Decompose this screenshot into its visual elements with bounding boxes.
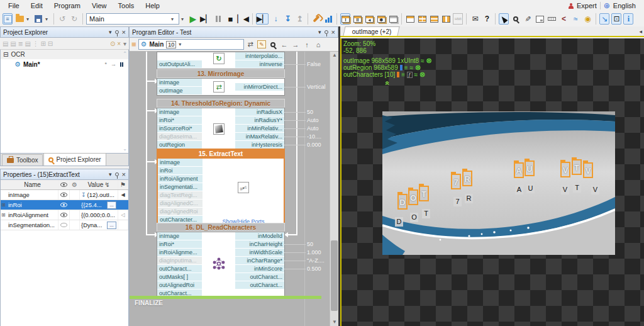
menu-view[interactable]: View xyxy=(86,1,113,11)
pin-icon[interactable] xyxy=(115,172,119,176)
measure-tool-button[interactable] xyxy=(547,13,557,25)
pin-icon[interactable] xyxy=(325,30,328,34)
filter-block-15-extracttext[interactable]: 15. ExtractText inImageinRoiinRoiAlignme… xyxy=(157,149,285,227)
ellipsis-button[interactable]: ... xyxy=(107,201,116,209)
collapse-icon[interactable]: ⊟ xyxy=(3,51,8,58)
col-value-header[interactable]: Value↯ xyxy=(80,180,118,189)
tree-scroll-down[interactable]: ⌄ xyxy=(123,146,127,152)
ellipsis-button[interactable]: ... xyxy=(107,222,116,229)
angle-tool-button[interactable]: < xyxy=(558,13,569,25)
port-outMasks[interactable]: outMasks[ ] xyxy=(157,273,202,281)
port-inMinRelativ[interactable]: inMinRelativ...Auto xyxy=(235,125,284,133)
editor-scrollbar[interactable]: ▲ ▼ xyxy=(330,52,338,326)
run-button[interactable]: ▶ xyxy=(188,13,198,25)
col-flag-header[interactable]: ⚑ xyxy=(118,180,128,189)
col-name-header[interactable]: Name xyxy=(1,180,58,189)
port-inRoi[interactable]: inRoi* xyxy=(157,116,202,125)
preview-eye-cell[interactable] xyxy=(58,220,70,230)
picker-tool-button[interactable]: ✎ xyxy=(523,13,533,25)
nav-up-button[interactable]: ↑ xyxy=(303,39,312,50)
port-inInterpolatio[interactable]: inInterpolatio... xyxy=(235,52,284,60)
layer-list-icon[interactable]: ≡ xyxy=(401,71,405,78)
filter-block-13-mirrorimage[interactable]: 13. MirrorImage inImageoutImage ⇄ inMirr… xyxy=(157,69,285,96)
pe-tool-icons[interactable]: ▤ ▤ ≣ ▤ ⋮ ⊞ ⊟ xyxy=(3,40,53,47)
hud-collapse-chevron[interactable]: « xyxy=(383,81,392,86)
nav-home-button[interactable]: ⌂ xyxy=(314,39,323,50)
finalize-label[interactable]: FINALIZE xyxy=(135,300,163,306)
pause-button[interactable] xyxy=(213,13,223,25)
image-preview-viewer[interactable]: Zoom: 50% -52, 886 outImage 968x589 1xUI… xyxy=(340,38,644,326)
window-tool-button[interactable] xyxy=(535,13,545,25)
port-inMirrorDirect[interactable]: inMirrorDirect...Vertical xyxy=(235,83,284,91)
stop-button[interactable]: ■ xyxy=(225,13,235,25)
tree-item-main[interactable]: ⚙ Main* * → xyxy=(1,59,128,69)
layout-rows-button[interactable] xyxy=(429,13,439,25)
preview-eye-cell[interactable] xyxy=(58,210,70,220)
undo-button[interactable]: ↺ xyxy=(57,13,67,25)
property-row-inRoi[interactable]: inRoi⊞{{25.4...... xyxy=(1,200,128,210)
port-inRadiusX[interactable]: inRadiusX50 xyxy=(235,108,284,116)
property-name[interactable]: inSegmentation... xyxy=(1,220,58,230)
port-inInverse[interactable]: inInverseFalse xyxy=(235,60,284,69)
edit-macro-button[interactable]: ✎ xyxy=(257,39,267,50)
port-inModelId[interactable]: inModelId xyxy=(235,232,284,240)
port-diagBaseIma[interactable]: diagBaseIma... xyxy=(157,133,202,141)
panel-menu-button[interactable]: ▾ xyxy=(318,29,321,35)
layout-hmi-button[interactable]: HMI xyxy=(453,13,463,25)
port-inImage[interactable]: inImage xyxy=(157,108,202,116)
layer-close-icon[interactable]: ⊗ xyxy=(426,57,432,64)
port-inRoi[interactable]: inRoi* xyxy=(157,240,202,249)
program-selector[interactable]: Main▾ xyxy=(86,13,179,25)
port-outImage[interactable]: outImage xyxy=(157,87,202,95)
gear-cell[interactable] xyxy=(70,210,80,220)
col-gear-header[interactable]: ⚙ xyxy=(70,180,80,189)
macrofilter-combo[interactable]: ⚙ Main 10 ▾ xyxy=(138,39,244,50)
step-out-button[interactable]: ↥ xyxy=(294,13,304,25)
menu-edit[interactable]: Edit xyxy=(25,1,48,11)
property-row-inSegmentation[interactable]: inSegmentation...{Dyna...... xyxy=(1,220,128,230)
layout-cols-button[interactable] xyxy=(441,13,451,25)
layer-curve-icon[interactable]: ≈ xyxy=(414,71,418,78)
pe-refresh-icon[interactable]: ⊙ × xyxy=(110,40,121,47)
filter-block-14-thresholdtoregion[interactable]: 14. ThresholdToRegion: Dynamic inImagein… xyxy=(157,99,285,150)
layer-bar-orange-icon[interactable] xyxy=(397,72,399,77)
scroll-down-arrow[interactable]: ▼ xyxy=(330,318,339,326)
tree-group-ocr[interactable]: ⊟ OCR xyxy=(1,50,128,59)
program-selector-caret[interactable]: ▾ xyxy=(181,16,186,22)
port-flag-cell[interactable]: ◁ xyxy=(118,210,128,220)
panel-menu-button[interactable]: ▾ xyxy=(109,29,112,35)
find-button[interactable] xyxy=(269,39,278,50)
port-outCharact[interactable]: outCharact... xyxy=(235,273,284,281)
port-inImage[interactable]: inImage xyxy=(157,79,202,87)
open-caret[interactable]: ▾ xyxy=(26,16,31,22)
close-icon[interactable]: × xyxy=(122,171,126,178)
port-diagAlignedRoi[interactable]: diagAlignedRoi xyxy=(158,208,203,216)
close-icon[interactable]: × xyxy=(122,28,126,36)
redo-button[interactable]: ↻ xyxy=(69,13,79,25)
pe-overflow-icon[interactable]: ▾ xyxy=(123,40,126,47)
property-value[interactable]: {{25.4...... xyxy=(80,200,118,210)
preview-eye-cell[interactable] xyxy=(58,200,70,210)
iterate-button[interactable]: ▶▏ xyxy=(200,13,211,25)
port-inSourceRoi[interactable]: inSourceRoi* xyxy=(157,125,202,133)
view-dual-window-button[interactable]: II xyxy=(352,13,362,25)
menu-tools[interactable]: Tools xyxy=(113,1,140,11)
property-value[interactable]: {Dyna...... xyxy=(80,220,118,230)
port-inRoi[interactable]: inRoi xyxy=(158,167,203,175)
tab-project-explorer[interactable]: Project Explorer xyxy=(43,153,106,166)
menu-file[interactable]: File xyxy=(3,1,25,11)
save-program-button[interactable] xyxy=(33,13,43,25)
macro-combo-caret[interactable]: ▾ xyxy=(179,42,184,47)
scroll-up-arrow[interactable]: ▲ xyxy=(330,52,339,59)
port-outAlignedRoi[interactable]: outAlignedRoi xyxy=(157,281,202,289)
filter-block-12[interactable]: outOutputAli... ↻ inInterpolatio...inInv… xyxy=(157,52,285,69)
expander-icon[interactable]: ⊞ xyxy=(1,212,6,218)
scroll-thumb[interactable] xyxy=(331,240,338,311)
step-into-button[interactable]: ↓ xyxy=(270,13,280,25)
property-name[interactable]: inImage xyxy=(1,190,58,200)
property-row-inImage[interactable]: inImage↧(12).outI...◀ xyxy=(1,190,128,200)
port-inCharHeight[interactable]: inCharHeight50 xyxy=(235,240,284,249)
tab-toolbox[interactable]: Toolbox xyxy=(2,154,43,166)
port-outCharact[interactable]: outCharact... xyxy=(235,281,284,289)
menu-program[interactable]: Program xyxy=(48,1,86,11)
